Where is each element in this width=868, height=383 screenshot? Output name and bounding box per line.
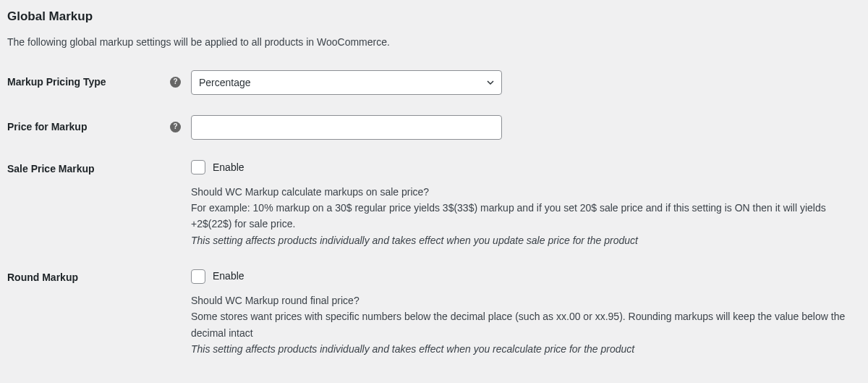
label-price-for-markup: Price for Markup: [7, 119, 87, 135]
sale-price-markup-desc-1: Should WC Markup calculate markups on sa…: [191, 184, 856, 200]
row-sale-price-markup: Sale Price Markup Enable Should WC Marku…: [7, 160, 861, 249]
help-icon[interactable]: ?: [170, 77, 181, 88]
section-title: Global Markup: [7, 7, 861, 26]
row-price-for-markup: Price for Markup ?: [7, 115, 861, 140]
label-markup-pricing-type: Markup Pricing Type: [7, 75, 106, 90]
label-round-markup: Round Markup: [7, 270, 78, 285]
help-icon[interactable]: ?: [170, 122, 181, 132]
round-markup-desc-italic: This setting affects products individual…: [191, 341, 856, 357]
round-markup-desc-1: Should WC Markup round final price?: [191, 292, 856, 308]
round-markup-checkbox-label: Enable: [213, 269, 244, 284]
label-sale-price-markup: Sale Price Markup: [7, 161, 95, 177]
sale-price-markup-checkbox-label: Enable: [213, 160, 244, 175]
row-markup-pricing-type: Markup Pricing Type ? Percentage: [7, 70, 861, 95]
section-description: The following global markup settings wil…: [7, 35, 861, 50]
round-markup-checkbox[interactable]: [191, 269, 205, 284]
markup-pricing-type-select[interactable]: Percentage: [191, 70, 502, 95]
sale-price-markup-desc-2: For example: 10% markup on a 30$ regular…: [191, 200, 856, 232]
round-markup-desc-2: Some stores want prices with specific nu…: [191, 308, 856, 341]
sale-price-markup-checkbox[interactable]: [191, 160, 205, 174]
row-round-markup: Round Markup Enable Should WC Markup rou…: [7, 269, 861, 358]
price-for-markup-input[interactable]: [191, 115, 502, 140]
sale-price-markup-desc-italic: This setting affects products individual…: [191, 232, 856, 248]
